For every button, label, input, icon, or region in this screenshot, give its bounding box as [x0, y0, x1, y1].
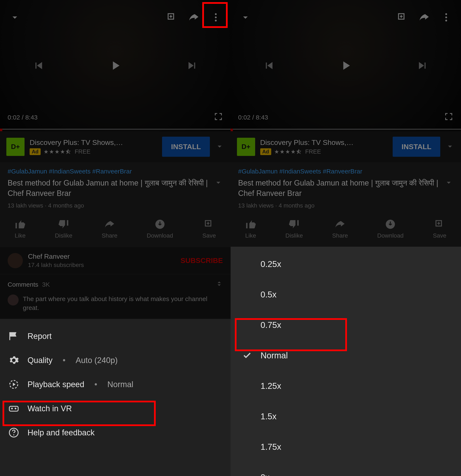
ad-title: Discovery Plus: TV Shows,…: [30, 138, 157, 147]
svg-point-6: [11, 408, 13, 409]
speed-1-25x[interactable]: 1.25x: [230, 371, 461, 401]
menu-help[interactable]: Help and feedback: [0, 421, 230, 445]
play-icon[interactable]: [339, 58, 353, 73]
speed-1-5x[interactable]: 1.5x: [230, 401, 461, 432]
add-to-playlist-icon[interactable]: [165, 10, 179, 25]
comments-label: Comments: [8, 281, 38, 288]
comment-text: The part where you talk about history is…: [23, 295, 223, 312]
ad-expand-icon[interactable]: [445, 142, 455, 152]
dislike-button[interactable]: Dislike: [55, 219, 72, 239]
views-date: 13 lakh views · 4 months ago: [8, 202, 223, 209]
progress-bar[interactable]: [230, 129, 461, 130]
views-date: 13 lakh views · 4 months ago: [238, 202, 454, 209]
channel-row[interactable]: Chef Ranveer 17.4 lakh subscribers SUBSC…: [0, 247, 230, 274]
playback-speed-menu: 0.25x 0.5x 0.75x Normal 1.25x 1.5x 1.75x…: [230, 247, 461, 476]
action-row: Like Dislike Share Download Save: [0, 214, 230, 247]
speed-0-75x[interactable]: 0.75x: [230, 310, 461, 340]
play-icon[interactable]: [108, 58, 122, 73]
title-expand-icon[interactable]: [214, 178, 223, 188]
save-button[interactable]: Save: [433, 219, 446, 239]
channel-subs: 17.4 lakh subscribers: [28, 262, 84, 268]
speed-normal[interactable]: Normal: [230, 340, 461, 371]
more-options-icon[interactable]: [209, 10, 223, 25]
share-button[interactable]: Share: [102, 219, 117, 239]
like-button[interactable]: Like: [245, 219, 256, 239]
previous-icon[interactable]: [262, 58, 276, 73]
fullscreen-icon[interactable]: [214, 112, 223, 123]
speed-0-5x[interactable]: 0.5x: [230, 279, 461, 310]
svg-point-0: [215, 13, 217, 15]
comments-sort-icon[interactable]: [215, 280, 223, 289]
svg-point-11: [445, 17, 447, 18]
channel-name: Chef Ranveer: [28, 253, 84, 260]
svg-point-9: [13, 434, 14, 435]
ad-expand-icon[interactable]: [215, 142, 224, 152]
comments-count: 3K: [42, 281, 50, 288]
speed-2x[interactable]: 2x: [230, 462, 461, 476]
ad-banner[interactable]: D+ Discovery Plus: TV Shows,… Ad ★★★★⯪ F…: [230, 131, 461, 162]
more-options-icon[interactable]: [439, 10, 453, 25]
svg-point-10: [445, 13, 447, 15]
video-player[interactable]: 0:02 / 8:43: [230, 0, 461, 131]
svg-point-1: [215, 17, 217, 18]
svg-point-2: [215, 20, 217, 22]
progress-bar[interactable]: [0, 129, 230, 130]
add-to-playlist-icon[interactable]: [395, 10, 409, 25]
right-screenshot: 0:02 / 8:43 D+ Discovery Plus: TV Shows,…: [230, 0, 461, 476]
svg-point-7: [15, 408, 16, 409]
share-arrow-icon[interactable]: [187, 10, 201, 25]
top-comment[interactable]: The part where you talk about history is…: [0, 295, 230, 319]
check-icon: [241, 349, 253, 361]
overflow-menu: Report Quality•Auto (240p) Playback spee…: [0, 319, 230, 476]
collapse-icon[interactable]: [8, 10, 22, 25]
download-button[interactable]: Download: [147, 219, 173, 239]
menu-playback-speed[interactable]: Playback speed•Normal: [0, 372, 230, 396]
dislike-button[interactable]: Dislike: [285, 219, 303, 239]
channel-avatar: [8, 253, 23, 268]
menu-report[interactable]: Report: [0, 324, 230, 348]
ad-free-label: FREE: [75, 148, 91, 155]
ad-badge: Ad: [30, 148, 41, 155]
save-button[interactable]: Save: [202, 219, 216, 239]
ad-banner[interactable]: D+ Discovery Plus: TV Shows,… Ad ★★★★⯪ F…: [0, 131, 230, 162]
menu-quality[interactable]: Quality•Auto (240p): [0, 348, 230, 372]
share-button[interactable]: Share: [332, 219, 348, 239]
fullscreen-icon[interactable]: [444, 112, 453, 123]
subscribe-button[interactable]: SUBSCRIBE: [180, 256, 223, 265]
next-icon[interactable]: [185, 58, 199, 73]
download-button[interactable]: Download: [377, 219, 404, 239]
commenter-avatar: [8, 295, 19, 306]
previous-icon[interactable]: [31, 58, 46, 73]
time-display: 0:02 / 8:43: [8, 114, 38, 121]
comments-header[interactable]: Comments 3K: [0, 274, 230, 295]
share-arrow-icon[interactable]: [417, 10, 431, 25]
svg-rect-5: [9, 406, 18, 411]
ad-app-icon: D+: [237, 138, 255, 156]
install-button[interactable]: INSTALL: [393, 137, 440, 157]
video-title: Best method for Gulab Jamun at home | गु…: [8, 178, 209, 198]
speed-1-75x[interactable]: 1.75x: [230, 432, 461, 462]
svg-point-12: [445, 20, 447, 22]
hashtags[interactable]: #GulabJamun #IndianSweets #RanveerBrar: [238, 168, 454, 175]
ad-stars: ★★★★⯪: [43, 149, 72, 155]
video-player[interactable]: 0:02 / 8:43: [0, 0, 230, 131]
title-expand-icon[interactable]: [444, 178, 453, 188]
speed-0-25x[interactable]: 0.25x: [230, 249, 461, 279]
install-button[interactable]: INSTALL: [162, 137, 210, 157]
hashtags[interactable]: #GulabJamun #IndianSweets #RanveerBrar: [8, 168, 223, 175]
next-icon[interactable]: [415, 58, 430, 73]
ad-app-icon: D+: [6, 138, 25, 156]
menu-watch-vr[interactable]: Watch in VR: [0, 396, 230, 421]
collapse-icon[interactable]: [238, 10, 253, 25]
time-display: 0:02 / 8:43: [238, 114, 268, 121]
left-screenshot: 0:02 / 8:43 D+ Discovery Plus: TV Shows,…: [0, 0, 230, 476]
video-title: Best method for Gulab Jamun at home | गु…: [238, 178, 440, 198]
like-button[interactable]: Like: [15, 219, 26, 239]
